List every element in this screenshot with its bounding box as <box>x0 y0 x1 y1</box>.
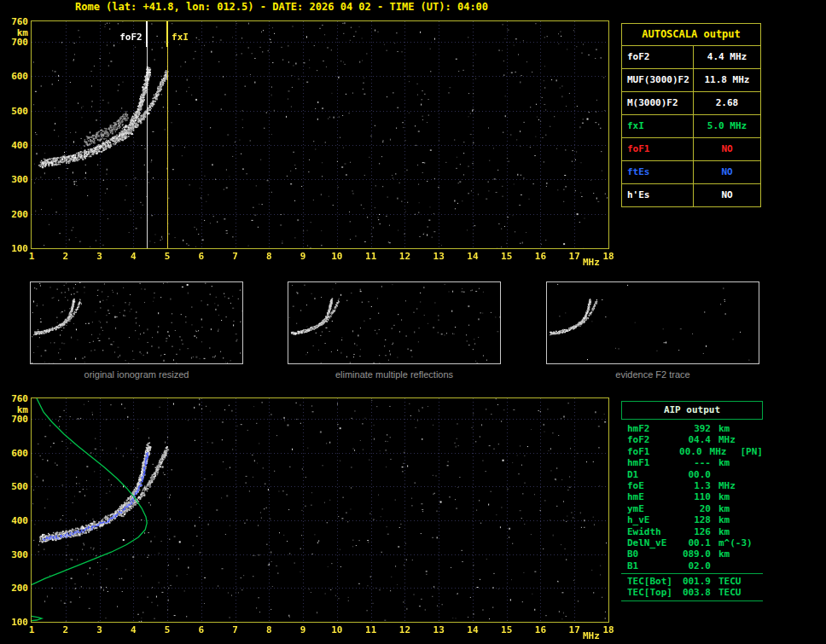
x-tick-label: 13 <box>431 252 446 261</box>
y-tick-label: 400 <box>6 517 28 525</box>
table-row-hEs: h'Es NO <box>622 184 760 206</box>
aip-table-body: hmF2392kmfoF204.4MHzfoF100.0MHz[PN]hmF1-… <box>621 420 763 573</box>
param-label: foF2 <box>622 46 694 68</box>
x-axis-unit-label: MHz <box>583 258 600 267</box>
x-tick-label: 7 <box>228 252 243 261</box>
autoscala-screen: Rome (lat: +41.8, lon: 012.5) - DATE: 20… <box>0 0 826 644</box>
thumbnail-canvas <box>288 282 500 363</box>
aip-row: Ewidth126km <box>621 526 763 537</box>
param-value: NO <box>694 161 760 183</box>
thumbnail-original-ionogram <box>30 281 243 364</box>
x-tick-label: 8 <box>261 626 276 635</box>
y-tick-label: 760 <box>6 395 28 403</box>
aip-row: ymE20km <box>621 503 763 514</box>
y-tick-label: 300 <box>6 551 28 560</box>
x-tick-label: 11 <box>364 252 379 261</box>
x-tick-label: 16 <box>532 626 548 635</box>
aip-param-unit: TECU <box>718 587 751 598</box>
y-tick-label: 200 <box>6 211 28 219</box>
x-tick-label: 18 <box>601 252 616 261</box>
aip-param-name: TEC[Top] <box>627 587 677 598</box>
x-tick-label: 18 <box>601 626 616 635</box>
param-label: M(3000)F2 <box>622 92 694 114</box>
aip-row: TEC[Top]003.8TECU <box>621 587 763 598</box>
aip-param-value: --- <box>677 457 711 468</box>
x-tick-label: 9 <box>295 252 311 261</box>
y-tick-label: 600 <box>6 450 28 458</box>
aip-row: DelN_vE00.1m^(-3) <box>621 537 763 548</box>
aip-param-value: 128 <box>677 514 711 525</box>
thumbnail-canvas <box>31 282 242 363</box>
x-tick-label: 11 <box>364 626 379 635</box>
aip-row: B102.0 <box>621 560 763 571</box>
aip-param-name: hmF1 <box>627 457 677 468</box>
autoscala-output-table: AUTOSCALA output foF2 4.4 MHz MUF(3000)F… <box>621 23 761 207</box>
aip-param-name: DelN_vE <box>627 537 677 548</box>
aip-param-value: 003.8 <box>677 587 711 598</box>
thumbnail-canvas <box>547 282 759 363</box>
aip-param-unit <box>718 560 751 571</box>
thumbnail-multiple-reflections <box>288 281 501 364</box>
foF2-marker-label: foF2 <box>119 32 143 43</box>
param-value: 4.4 MHz <box>694 46 760 68</box>
thumbnail-caption-reflections: eliminate multiple reflections <box>288 369 501 380</box>
thumbnail-caption-f2-trace: evidence F2 trace <box>546 369 759 380</box>
table-row-fxI: fxI 5.0 MHz <box>622 115 760 138</box>
aip-param-value: 001.9 <box>677 576 711 587</box>
page-title: Rome (lat: +41.8, lon: 012.5) - DATE: 20… <box>75 1 488 13</box>
autoscala-table-title: AUTOSCALA output <box>622 24 760 46</box>
param-value: NO <box>694 184 760 206</box>
x-tick-label: 10 <box>329 626 345 635</box>
aip-param-value: 00.1 <box>677 537 711 548</box>
y-axis-unit-label: km <box>6 406 28 415</box>
aip-param-unit: m^(-3) <box>718 537 751 548</box>
param-label: ftEs <box>622 161 694 183</box>
aip-param-value: 110 <box>677 491 711 502</box>
y-tick-label: 760 <box>6 18 28 26</box>
table-row-M3000F2: M(3000)F2 2.68 <box>622 92 760 115</box>
y-tick-label: 200 <box>6 584 28 593</box>
aip-row: foF204.4MHz <box>621 434 763 445</box>
aip-param-name: foE <box>627 480 677 491</box>
aip-param-value: 392 <box>677 423 711 434</box>
table-row-MUF3000F2: MUF(3000)F2 11.8 MHz <box>622 69 760 92</box>
aip-param-unit: TECU <box>718 576 751 587</box>
param-label: fxI <box>622 115 694 137</box>
param-label: MUF(3000)F2 <box>622 69 694 91</box>
x-tick-label: 13 <box>431 626 446 635</box>
table-row-foF1: foF1 NO <box>622 138 760 161</box>
y-tick-label: 500 <box>6 483 28 491</box>
aip-param-note: [PN] <box>741 446 764 457</box>
aip-param-value: 00.0 <box>677 469 711 480</box>
y-tick-label: 300 <box>6 176 28 184</box>
aip-table-title: AIP output <box>621 401 763 420</box>
aip-param-value: 02.0 <box>677 560 711 571</box>
x-tick-label: 3 <box>92 626 108 635</box>
y-axis-unit-label: km <box>6 29 28 38</box>
aip-param-unit <box>718 469 751 480</box>
y-tick-label: 500 <box>6 107 28 116</box>
aip-param-unit: km <box>718 491 751 502</box>
x-tick-label: 15 <box>499 626 515 635</box>
x-tick-label: 6 <box>194 252 209 261</box>
x-tick-label: 8 <box>261 252 276 261</box>
aip-row: hmE110km <box>621 491 763 502</box>
aip-tec-section: TEC[Bot]001.9TECUTEC[Top]003.8TECU <box>621 573 763 601</box>
x-axis-unit-label: MHz <box>583 632 600 641</box>
aip-param-unit: MHz <box>718 480 751 491</box>
aip-param-name: hmE <box>627 491 677 502</box>
x-tick-label: 2 <box>58 252 73 261</box>
x-tick-label: 5 <box>160 252 175 261</box>
y-tick-label: 100 <box>6 618 28 627</box>
y-tick-label: 700 <box>6 38 28 47</box>
aip-param-name: h_vE <box>627 514 677 525</box>
x-tick-label: 17 <box>567 626 582 635</box>
aip-row: foE1.3MHz <box>621 480 763 491</box>
aip-param-value: 089.0 <box>677 548 711 560</box>
x-tick-label: 4 <box>125 252 141 261</box>
aip-row: D100.0 <box>621 469 763 480</box>
aip-param-value: 04.4 <box>677 434 711 445</box>
aip-row: foF100.0MHz[PN] <box>621 446 763 457</box>
aip-param-unit: km <box>718 457 751 468</box>
aip-output-panel: AIP output hmF2392kmfoF204.4MHzfoF100.0M… <box>621 401 763 601</box>
